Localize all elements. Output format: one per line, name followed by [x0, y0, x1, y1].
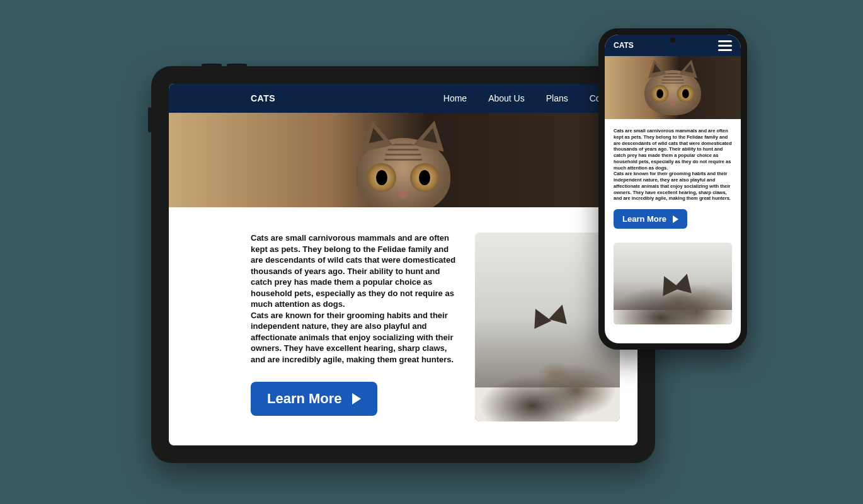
- learn-more-label: Learn More: [622, 214, 666, 224]
- tablet-viewport: CATS Home About Us Plans Contact Cats ar…: [169, 84, 637, 445]
- content-image: [614, 243, 732, 324]
- phone-viewport: CATS Cats are small carnivorous mammals …: [605, 35, 741, 343]
- learn-more-button[interactable]: Learn More: [251, 382, 377, 416]
- play-icon: [352, 393, 361, 404]
- body-paragraph-1: Cats are small carnivorous mammals and a…: [251, 232, 456, 310]
- nav-link-home[interactable]: Home: [443, 93, 467, 103]
- navbar: CATS Home About Us Plans Contact: [169, 84, 637, 113]
- nav-link-about[interactable]: About Us: [488, 93, 525, 103]
- hamburger-menu-icon[interactable]: [718, 40, 732, 51]
- body-paragraph-1: Cats are small carnivorous mammals and a…: [614, 128, 732, 171]
- learn-more-button[interactable]: Learn More: [614, 209, 687, 229]
- learn-more-label: Learn More: [267, 391, 342, 407]
- hero-image: [605, 56, 741, 119]
- nav-link-plans[interactable]: Plans: [546, 93, 568, 103]
- brand-logo[interactable]: CATS: [251, 93, 275, 103]
- hero-image: [169, 113, 637, 207]
- play-icon: [673, 215, 678, 223]
- body-paragraph-2: Cats are known for their grooming habits…: [614, 171, 732, 202]
- tablet-device-frame: CATS Home About Us Plans Contact Cats ar…: [151, 66, 655, 463]
- tablet-hw-button: [148, 107, 151, 132]
- hero-cat-illustration: [340, 138, 466, 207]
- phone-device-frame: CATS Cats are small carnivorous mammals …: [598, 28, 747, 350]
- brand-logo[interactable]: CATS: [614, 41, 634, 50]
- body-paragraph-2: Cats are known for their grooming habits…: [251, 310, 456, 365]
- nav-links: Home About Us Plans Contact: [443, 93, 620, 103]
- main-content: Cats are small carnivorous mammals and a…: [605, 119, 741, 234]
- phone-camera-icon: [670, 37, 676, 43]
- hero-cat-illustration: [635, 70, 711, 115]
- main-content: Cats are small carnivorous mammals and a…: [169, 207, 637, 434]
